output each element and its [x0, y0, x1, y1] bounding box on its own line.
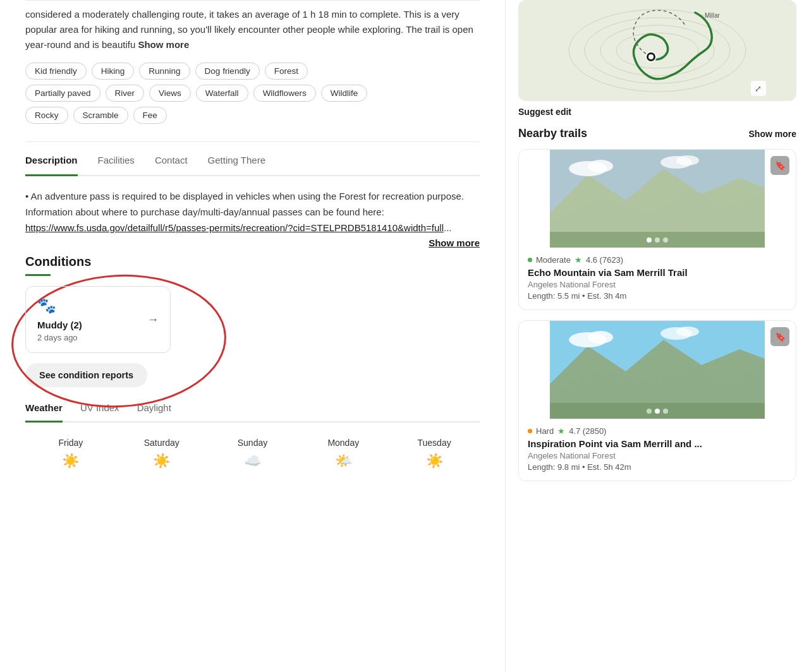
svg-text:Millar: Millar: [705, 12, 721, 19]
intro-text: considered a moderately challenging rout…: [25, 0, 480, 63]
weather-icon: ☀️: [389, 453, 480, 469]
svg-point-6: [648, 54, 654, 59]
nearby-show-more[interactable]: Show more: [749, 129, 796, 139]
conditions-time: 2 days ago: [37, 333, 82, 342]
bookmark-button[interactable]: 🔖: [770, 156, 789, 175]
arrow-right-icon: →: [147, 313, 159, 327]
weather-day-tuesday: Tuesday☀️: [389, 435, 480, 469]
day-name: Friday: [25, 438, 116, 448]
tags-row-1: Kid friendlyHikingRunningDog friendlyFor…: [25, 63, 480, 80]
tab-facilities[interactable]: Facilities: [98, 155, 135, 176]
weather-icon: ☁️: [207, 453, 298, 469]
trail-name: Inspiration Point via Sam Merrill and ..…: [528, 438, 787, 449]
weather-tab-uv-index[interactable]: UV Index: [80, 402, 119, 423]
trail-card-0[interactable]: 🔖Moderate ★ 4.6 (7623)Echo Mountain via …: [518, 149, 796, 310]
svg-point-25: [676, 327, 699, 337]
tag-kid-friendly[interactable]: Kid friendly: [25, 63, 87, 80]
weather-tab-weather[interactable]: Weather: [25, 402, 63, 423]
description-content: • An adventure pass is required to be di…: [25, 189, 480, 236]
intro-show-more[interactable]: Show more: [138, 39, 189, 50]
conditions-card-left: 🐾 Muddy (2) 2 days ago: [37, 297, 82, 342]
day-name: Tuesday: [389, 438, 480, 448]
see-conditions-button[interactable]: See condition reports: [25, 363, 147, 387]
weather-day-sunday: Sunday☁️: [207, 435, 298, 469]
weather-day-friday: Friday☀️: [25, 435, 116, 469]
trail-location: Angeles National Forest: [528, 451, 787, 460]
conditions-underline: [25, 274, 51, 276]
trail-stats: Length: 5.5 mi • Est. 3h 4m: [528, 291, 787, 301]
conditions-section: Conditions 🐾 Muddy (2) 2 days ago → See …: [25, 248, 480, 402]
tag-hiking[interactable]: Hiking: [92, 63, 135, 80]
tab-contact[interactable]: Contact: [155, 155, 188, 176]
intro-body: considered a moderately challenging rout…: [25, 9, 473, 50]
weather-icon: ☀️: [25, 453, 116, 469]
trail-cards-container: 🔖Moderate ★ 4.6 (7623)Echo Mountain via …: [518, 149, 796, 481]
nearby-header: Nearby trails Show more: [518, 127, 796, 140]
weather-tab-daylight[interactable]: Daylight: [137, 402, 171, 423]
trail-stats: Length: 9.8 mi • Est. 5h 42m: [528, 462, 787, 472]
tab-getting-there[interactable]: Getting There: [208, 155, 265, 176]
weather-tabs: WeatherUV IndexDaylight: [25, 402, 480, 423]
svg-point-17: [676, 155, 699, 165]
weather-section: WeatherUV IndexDaylight Friday☀️Saturday…: [25, 402, 480, 469]
trail-image: 🔖: [519, 321, 796, 419]
tab-description[interactable]: Description: [25, 155, 78, 176]
image-dots: [647, 409, 668, 414]
weather-day-saturday: Saturday☀️: [116, 435, 207, 469]
tags-section: Kid friendlyHikingRunningDog friendlyFor…: [25, 63, 480, 142]
trail-card-body: Hard ★ 4.7 (2850)Inspiration Point via S…: [519, 419, 796, 481]
trail-difficulty: Hard ★ 4.7 (2850): [528, 426, 787, 436]
trail-location: Angeles National Forest: [528, 280, 787, 289]
weather-icon: ☀️: [116, 453, 207, 469]
tag-river[interactable]: River: [106, 85, 145, 102]
trail-card-1[interactable]: 🔖Hard ★ 4.7 (2850)Inspiration Point via …: [518, 320, 796, 481]
description-link[interactable]: https://www.fs.usda.gov/detailfull/r5/pa…: [25, 222, 444, 233]
muddy-icon: 🐾: [37, 297, 82, 315]
tag-partially-paved[interactable]: Partially paved: [25, 85, 100, 102]
trail-difficulty: Moderate ★ 4.6 (7623): [528, 255, 787, 265]
conditions-title: Conditions: [25, 248, 480, 269]
weather-day-monday: Monday🌤️: [298, 435, 389, 469]
nearby-title: Nearby trails: [518, 127, 587, 140]
svg-point-23: [588, 331, 613, 344]
trail-name: Echo Mountain via Sam Merrill Trail: [528, 267, 787, 278]
weather-days: Friday☀️Saturday☀️Sunday☁️Monday🌤️Tuesda…: [25, 435, 480, 469]
image-dots: [647, 237, 668, 243]
tag-dog-friendly[interactable]: Dog friendly: [195, 63, 260, 80]
map-container[interactable]: Millar ⤢: [518, 0, 796, 101]
bookmark-button[interactable]: 🔖: [770, 327, 789, 346]
trail-image: 🔖: [519, 150, 796, 248]
svg-text:⤢: ⤢: [755, 84, 762, 93]
conditions-card[interactable]: 🐾 Muddy (2) 2 days ago →: [25, 286, 171, 353]
tags-row-3: RockyScrambleFee: [25, 107, 480, 124]
tag-wildlife[interactable]: Wildlife: [321, 85, 368, 102]
tag-wildflowers[interactable]: Wildflowers: [253, 85, 316, 102]
svg-point-15: [588, 160, 613, 172]
tags-row-2: Partially pavedRiverViewsWaterfallWildfl…: [25, 85, 480, 102]
trail-card-body: Moderate ★ 4.6 (7623)Echo Mountain via S…: [519, 248, 796, 309]
day-name: Monday: [298, 438, 389, 448]
day-name: Saturday: [116, 438, 207, 448]
tag-forest[interactable]: Forest: [265, 63, 308, 80]
tag-running[interactable]: Running: [139, 63, 190, 80]
main-tabs: DescriptionFacilitiesContactGetting Ther…: [25, 142, 480, 176]
svg-rect-0: [544, 0, 771, 101]
weather-icon: 🌤️: [298, 453, 389, 469]
conditions-label: Muddy (2): [37, 320, 82, 330]
day-name: Sunday: [207, 438, 298, 448]
suggest-edit-link[interactable]: Suggest edit: [518, 107, 571, 117]
tag-rocky[interactable]: Rocky: [25, 107, 68, 124]
tag-scramble[interactable]: Scramble: [73, 107, 128, 124]
tag-waterfall[interactable]: Waterfall: [196, 85, 248, 102]
tag-views[interactable]: Views: [149, 85, 191, 102]
tag-fee[interactable]: Fee: [133, 107, 167, 124]
description-show-more[interactable]: Show more: [429, 236, 480, 251]
conditions-block: 🐾 Muddy (2) 2 days ago → See condition r…: [25, 286, 171, 402]
